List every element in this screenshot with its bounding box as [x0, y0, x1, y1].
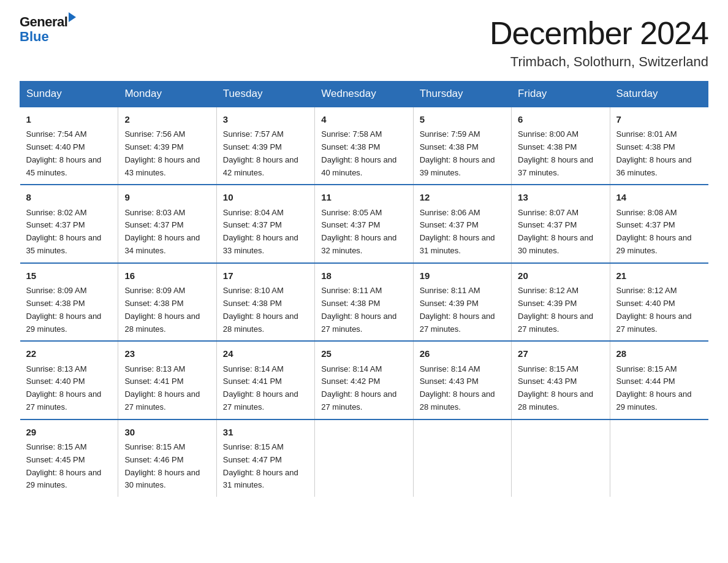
- day-info: Sunrise: 8:14 AMSunset: 4:43 PMDaylight:…: [420, 363, 505, 414]
- day-cell: 21Sunrise: 8:12 AMSunset: 4:40 PMDayligh…: [610, 263, 708, 341]
- day-number: 4: [321, 112, 406, 126]
- day-cell: 28Sunrise: 8:15 AMSunset: 4:44 PMDayligh…: [610, 341, 708, 419]
- day-cell: 7Sunrise: 8:01 AMSunset: 4:38 PMDaylight…: [610, 107, 708, 185]
- day-info: Sunrise: 8:07 AMSunset: 4:37 PMDaylight:…: [518, 207, 603, 258]
- day-cell: 6Sunrise: 8:00 AMSunset: 4:38 PMDaylight…: [512, 107, 610, 185]
- day-number: 29: [26, 425, 112, 439]
- day-info: Sunrise: 8:02 AMSunset: 4:37 PMDaylight:…: [26, 207, 112, 258]
- header-cell-friday: Friday: [512, 82, 610, 107]
- header-row: SundayMondayTuesdayWednesdayThursdayFrid…: [20, 82, 708, 107]
- day-cell: 4Sunrise: 7:58 AMSunset: 4:38 PMDaylight…: [315, 107, 413, 185]
- day-info: Sunrise: 8:14 AMSunset: 4:42 PMDaylight:…: [321, 363, 406, 414]
- day-cell: 9Sunrise: 8:03 AMSunset: 4:37 PMDaylight…: [118, 185, 216, 262]
- month-title: December 2024: [490, 15, 708, 52]
- title-area: December 2024 Trimbach, Solothurn, Switz…: [490, 15, 708, 70]
- day-info: Sunrise: 8:15 AMSunset: 4:45 PMDaylight:…: [26, 441, 112, 492]
- day-number: 3: [223, 112, 308, 126]
- day-info: Sunrise: 8:13 AMSunset: 4:40 PMDaylight:…: [26, 363, 112, 414]
- day-number: 24: [223, 347, 308, 361]
- day-info: Sunrise: 8:00 AMSunset: 4:38 PMDaylight:…: [518, 128, 603, 179]
- day-number: 18: [321, 269, 406, 283]
- calendar-table: SundayMondayTuesdayWednesdayThursdayFrid…: [20, 81, 708, 497]
- day-number: 27: [518, 347, 603, 361]
- day-number: 2: [124, 112, 210, 126]
- day-info: Sunrise: 8:12 AMSunset: 4:39 PMDaylight:…: [518, 285, 603, 335]
- week-row-4: 22Sunrise: 8:13 AMSunset: 4:40 PMDayligh…: [20, 341, 708, 419]
- day-number: 11: [321, 190, 406, 204]
- day-number: 5: [420, 112, 505, 126]
- day-cell: [413, 419, 511, 497]
- header: General Blue December 2024 Trimbach, Sol…: [20, 15, 708, 70]
- day-info: Sunrise: 8:03 AMSunset: 4:37 PMDaylight:…: [124, 207, 210, 258]
- day-number: 26: [420, 347, 505, 361]
- day-number: 21: [616, 269, 702, 283]
- header-cell-wednesday: Wednesday: [315, 82, 413, 107]
- day-number: 7: [616, 112, 702, 126]
- day-info: Sunrise: 7:59 AMSunset: 4:38 PMDaylight:…: [420, 128, 505, 179]
- day-info: Sunrise: 8:04 AMSunset: 4:37 PMDaylight:…: [223, 207, 308, 258]
- day-number: 19: [420, 269, 505, 283]
- logo-blue-text: Blue: [20, 29, 49, 44]
- day-info: Sunrise: 8:15 AMSunset: 4:46 PMDaylight:…: [124, 441, 210, 492]
- day-info: Sunrise: 8:11 AMSunset: 4:38 PMDaylight:…: [321, 285, 406, 335]
- day-number: 9: [124, 190, 210, 204]
- logo-general-text: General: [20, 15, 67, 29]
- day-cell: 5Sunrise: 7:59 AMSunset: 4:38 PMDaylight…: [413, 107, 511, 185]
- day-cell: 1Sunrise: 7:54 AMSunset: 4:40 PMDaylight…: [20, 107, 118, 185]
- week-row-5: 29Sunrise: 8:15 AMSunset: 4:45 PMDayligh…: [20, 419, 708, 497]
- day-cell: 31Sunrise: 8:15 AMSunset: 4:47 PMDayligh…: [216, 419, 314, 497]
- day-cell: 29Sunrise: 8:15 AMSunset: 4:45 PMDayligh…: [20, 419, 118, 497]
- day-cell: 20Sunrise: 8:12 AMSunset: 4:39 PMDayligh…: [512, 263, 610, 341]
- day-info: Sunrise: 7:57 AMSunset: 4:39 PMDaylight:…: [223, 128, 308, 179]
- day-number: 10: [223, 190, 308, 204]
- day-number: 8: [26, 190, 112, 204]
- day-number: 15: [26, 269, 112, 283]
- day-cell: [610, 419, 708, 497]
- day-cell: 26Sunrise: 8:14 AMSunset: 4:43 PMDayligh…: [413, 341, 511, 419]
- day-info: Sunrise: 8:11 AMSunset: 4:39 PMDaylight:…: [420, 285, 505, 335]
- day-number: 14: [616, 190, 702, 204]
- week-row-3: 15Sunrise: 8:09 AMSunset: 4:38 PMDayligh…: [20, 263, 708, 341]
- day-info: Sunrise: 8:15 AMSunset: 4:47 PMDaylight:…: [223, 441, 308, 492]
- calendar-header: SundayMondayTuesdayWednesdayThursdayFrid…: [20, 82, 708, 107]
- day-cell: 30Sunrise: 8:15 AMSunset: 4:46 PMDayligh…: [118, 419, 216, 497]
- day-cell: 27Sunrise: 8:15 AMSunset: 4:43 PMDayligh…: [512, 341, 610, 419]
- day-cell: 3Sunrise: 7:57 AMSunset: 4:39 PMDaylight…: [216, 107, 314, 185]
- day-number: 30: [124, 425, 210, 439]
- day-cell: 22Sunrise: 8:13 AMSunset: 4:40 PMDayligh…: [20, 341, 118, 419]
- day-info: Sunrise: 8:12 AMSunset: 4:40 PMDaylight:…: [616, 285, 702, 335]
- day-number: 28: [616, 347, 702, 361]
- day-cell: 24Sunrise: 8:14 AMSunset: 4:41 PMDayligh…: [216, 341, 314, 419]
- day-number: 16: [124, 269, 210, 283]
- day-cell: 10Sunrise: 8:04 AMSunset: 4:37 PMDayligh…: [216, 185, 314, 262]
- day-number: 22: [26, 347, 112, 361]
- day-cell: 14Sunrise: 8:08 AMSunset: 4:37 PMDayligh…: [610, 185, 708, 262]
- header-cell-tuesday: Tuesday: [216, 82, 314, 107]
- day-info: Sunrise: 8:08 AMSunset: 4:37 PMDaylight:…: [616, 207, 702, 258]
- logo: General Blue: [20, 15, 76, 44]
- day-info: Sunrise: 8:15 AMSunset: 4:43 PMDaylight:…: [518, 363, 603, 414]
- day-cell: 25Sunrise: 8:14 AMSunset: 4:42 PMDayligh…: [315, 341, 413, 419]
- week-row-1: 1Sunrise: 7:54 AMSunset: 4:40 PMDaylight…: [20, 107, 708, 185]
- day-info: Sunrise: 7:54 AMSunset: 4:40 PMDaylight:…: [26, 128, 112, 179]
- day-cell: 19Sunrise: 8:11 AMSunset: 4:39 PMDayligh…: [413, 263, 511, 341]
- day-number: 1: [26, 112, 112, 126]
- day-number: 23: [124, 347, 210, 361]
- day-cell: [315, 419, 413, 497]
- header-cell-thursday: Thursday: [413, 82, 511, 107]
- day-info: Sunrise: 8:09 AMSunset: 4:38 PMDaylight:…: [26, 285, 112, 335]
- day-cell: 12Sunrise: 8:06 AMSunset: 4:37 PMDayligh…: [413, 185, 511, 262]
- header-cell-sunday: Sunday: [20, 82, 118, 107]
- calendar-body: 1Sunrise: 7:54 AMSunset: 4:40 PMDaylight…: [20, 107, 708, 497]
- day-number: 12: [420, 190, 505, 204]
- day-info: Sunrise: 8:13 AMSunset: 4:41 PMDaylight:…: [124, 363, 210, 414]
- day-info: Sunrise: 8:10 AMSunset: 4:38 PMDaylight:…: [223, 285, 308, 335]
- week-row-2: 8Sunrise: 8:02 AMSunset: 4:37 PMDaylight…: [20, 185, 708, 262]
- day-info: Sunrise: 8:09 AMSunset: 4:38 PMDaylight:…: [124, 285, 210, 335]
- day-cell: 18Sunrise: 8:11 AMSunset: 4:38 PMDayligh…: [315, 263, 413, 341]
- day-number: 31: [223, 425, 308, 439]
- day-number: 17: [223, 269, 308, 283]
- day-number: 13: [518, 190, 603, 204]
- header-cell-saturday: Saturday: [610, 82, 708, 107]
- day-number: 25: [321, 347, 406, 361]
